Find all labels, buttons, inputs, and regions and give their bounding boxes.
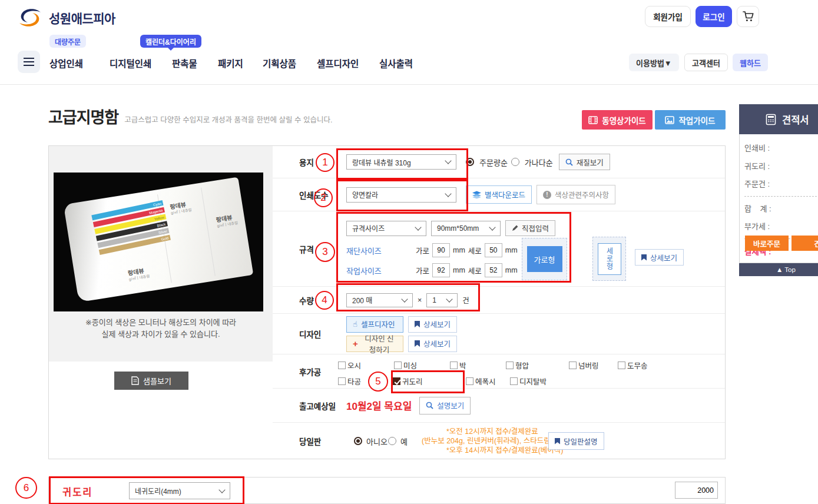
annotation-box-3 [336, 212, 571, 283]
product-photo: Cyan Magenta Yellow Black Silver Gold 랑데… [54, 173, 263, 311]
layers-icon [472, 191, 481, 199]
estimate-header: 견적서 [739, 104, 818, 134]
logo[interactable]: 성원애드피아 [16, 6, 115, 29]
annotation-box-1 [336, 148, 468, 180]
hamburger-icon [24, 58, 34, 59]
color-bars: Cyan Magenta Yellow Black Silver Gold [91, 200, 171, 257]
howto-dropdown-button[interactable]: 이용방법▼ [629, 54, 679, 71]
estimate-row-vat: 부가세 : [744, 220, 818, 231]
signup-button[interactable]: 회원가입 [645, 6, 691, 27]
logo-swirl-icon [16, 6, 44, 29]
ship-date-value: 10월2일 목요일 [346, 398, 412, 413]
product-panel: Cyan Magenta Yellow Black Silver Gold 랑데… [49, 146, 273, 362]
checkbox[interactable] [466, 377, 473, 385]
checkbox-numbering: 넘버링 [569, 360, 599, 371]
estimate-save-button[interactable]: 견 [791, 236, 818, 251]
video-guide-label: 동영상가이드 [602, 114, 646, 126]
login-button[interactable]: 로그인 [696, 6, 732, 27]
vertical-orientation-button[interactable]: 세로형 [598, 243, 621, 275]
corner-round-price-input[interactable] [675, 482, 718, 499]
badge-calendar-diary: 캘린더&다이어리 [140, 35, 201, 48]
spot-color-download-button[interactable]: 별색다운로드 [466, 185, 532, 204]
menu-digital-print[interactable]: 디지털인쇄 [110, 57, 151, 69]
cart-button[interactable] [737, 6, 759, 27]
menu-self-design[interactable]: 셀프디자인 [317, 57, 359, 69]
menu-promotional[interactable]: 판촉물 [172, 57, 197, 69]
menu-planned-goods[interactable]: 기획상품 [263, 57, 296, 69]
menu-commercial-print[interactable]: 상업인쇄 [49, 57, 83, 69]
divider [744, 196, 818, 197]
checkbox[interactable] [338, 362, 346, 369]
checkbox[interactable] [506, 362, 514, 369]
cart-icon [743, 11, 754, 22]
warning-icon: ! [543, 191, 551, 199]
order-now-button[interactable]: 바로주문 [745, 236, 789, 251]
annotation-circle-2: 2 [314, 188, 333, 207]
video-guide-button[interactable]: 동영상가이드 [582, 110, 653, 130]
image-icon [665, 116, 674, 124]
size-detail-button[interactable]: 상세보기 [635, 249, 684, 266]
checkbox-epoxy: 에폭시 [466, 376, 496, 387]
calculator-icon [765, 114, 777, 125]
bookmark-icon [555, 438, 560, 445]
same-day-no-option: 아니오 [354, 436, 388, 447]
scroll-top-button[interactable]: ▲ Top [739, 263, 818, 276]
annotation-box-5 [391, 370, 465, 393]
document-icon [131, 376, 139, 385]
menu-real-print[interactable]: 실사출력 [379, 57, 413, 69]
badge-bulk-order: 대량주문 [49, 35, 86, 48]
checkbox[interactable] [618, 362, 625, 369]
bookmark-icon [641, 254, 647, 261]
checkbox[interactable] [338, 377, 346, 385]
self-design-detail-button[interactable]: 상세보기 [408, 316, 457, 333]
same-day-yes-radio[interactable] [388, 437, 396, 445]
checkbox[interactable] [450, 362, 458, 369]
estimate-sidebar: 견적서 인쇄비 : 귀도리 : 주문건 : 합 계 : 부가세 : 결제액 : … [739, 104, 818, 276]
same-day-note: *오전 12시까지 접수/결제완료 (반누보 204g, 린넨커버(휘라레), … [422, 427, 564, 455]
paper-sort-radios: 주문량순 가나다순 [466, 157, 553, 168]
ship-date-explain-button[interactable]: 설명보기 [419, 397, 471, 415]
color-warning-button[interactable]: ! 색상관련주의사항 [536, 185, 615, 204]
webhard-button[interactable]: 웹하드 [733, 54, 768, 71]
photo-caption-line2: 실제 색상과 차이가 있을 수 있습니다. [49, 328, 273, 339]
site-header: 성원애드피아 회원가입 로그인 대량주문 캘린더&다이어리 상업인쇄 디지털인쇄… [0, 0, 818, 85]
checkbox-digital-foil: 디지탈박 [510, 376, 547, 387]
view-sample-button[interactable]: 샘플보기 [114, 372, 188, 390]
view-material-button[interactable]: 재질보기 [559, 154, 610, 170]
checkbox[interactable] [394, 362, 402, 369]
checkbox-tagong: 타공 [338, 376, 361, 387]
work-guide-label: 작업가이드 [678, 114, 715, 126]
customer-center-button[interactable]: 고객센터 [684, 54, 728, 71]
same-day-yes-option: 예 [388, 436, 408, 447]
design-request-detail-button[interactable]: 상세보기 [408, 336, 457, 352]
checkbox[interactable] [569, 362, 577, 369]
same-day-no-radio[interactable] [354, 437, 362, 445]
design-request-button[interactable]: + 디자인 신청하기 [346, 336, 403, 352]
ship-date-label: 출고예상일 [299, 400, 346, 412]
self-design-button[interactable]: ☝ 셀프디자인 [346, 316, 403, 333]
hamburger-menu-button[interactable] [18, 51, 40, 73]
page-subtitle: 고급스럽고 다양한 수입지로 개성과 품격을 한번에 살릴 수 있습니다. [124, 114, 332, 128]
hand-pointer-icon: ☝ [353, 320, 357, 329]
magnifier-icon [565, 158, 573, 166]
estimate-row-order-count: 주문건 : [744, 178, 818, 189]
magnifier-icon [426, 402, 433, 409]
row-same-day: 당일판 아니오 예 *오전 12시까지 접수/결제완료 (반누보 204g, 린… [273, 423, 725, 459]
film-icon [588, 116, 598, 124]
logo-text: 성원애드피아 [49, 9, 115, 26]
annotation-circle-6: 6 [15, 477, 37, 499]
annotation-circle-5: 5 [368, 372, 388, 392]
sort-by-name-radio[interactable] [511, 158, 519, 166]
plus-icon: + [353, 339, 358, 349]
estimate-row-corner-round: 귀도리 : [744, 160, 818, 171]
work-guide-button[interactable]: 작업가이드 [655, 110, 726, 130]
annotation-box-4 [336, 283, 480, 311]
bookmark-icon [415, 340, 420, 347]
same-day-explain-button[interactable]: 당일판설명 [548, 432, 604, 450]
design-label: 디자인 [299, 328, 346, 340]
checkbox-domusong: 도무송 [618, 360, 648, 371]
checkbox-osi: 오시 [338, 360, 361, 371]
paper-sample-card: Cyan Magenta Yellow Black Silver Gold 랑데… [64, 177, 254, 303]
checkbox[interactable] [510, 377, 518, 385]
menu-package[interactable]: 패키지 [218, 57, 243, 69]
